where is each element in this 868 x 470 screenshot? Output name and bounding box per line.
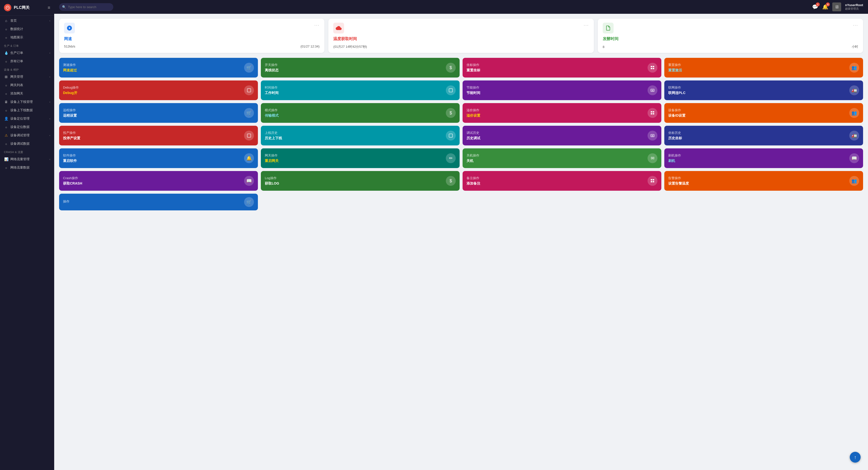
sidebar-item-data-stats[interactable]: 数据统计 xyxy=(0,25,54,33)
op-online-history-label: 上线历史 xyxy=(265,131,446,135)
op-brush-label: 刷机操作 xyxy=(668,153,849,158)
op-card-partial[interactable]: 操作 🛒 xyxy=(59,194,258,210)
op-card-crash[interactable]: Crash操作 获取CRASH 📖 xyxy=(59,171,258,191)
op-coord-history-value: 历史坐标 xyxy=(668,136,849,140)
sidebar-item-add-gateway[interactable]: 添加网关 xyxy=(0,89,54,98)
sidebar-item-device-location-data[interactable]: 设备定位数据 xyxy=(0,123,54,131)
net-speed-timestamp: (01/27 12:34) xyxy=(301,44,319,48)
menu-toggle-button[interactable]: ≡ xyxy=(48,5,50,10)
op-debug-history-icon xyxy=(648,131,657,140)
op-card-remote[interactable]: 远程操作 远程设置 🛒 xyxy=(59,103,258,123)
notification2-button[interactable]: 🔔 8 xyxy=(822,4,828,10)
svg-rect-2 xyxy=(653,66,654,67)
add-gateway-dot xyxy=(4,92,8,96)
op-time-icon xyxy=(446,86,456,95)
gateway-mgmt-arrow: ‹ xyxy=(50,75,50,78)
ferment-time-menu[interactable]: ··· xyxy=(853,23,858,28)
op-debug-history-value: 历史调试 xyxy=(466,136,648,140)
home-icon: ⌂ xyxy=(4,19,8,23)
temp-time-icon xyxy=(333,23,344,33)
device-updown-mgmt-icon: 🖥 xyxy=(4,100,8,104)
op-card-network[interactable]: 联网操作 联网连PLC 🚛 xyxy=(664,80,863,100)
op-invest-value: 投停产设置 xyxy=(63,136,244,140)
map-dot xyxy=(4,35,8,39)
search-wrapper: 🔍 xyxy=(59,3,158,11)
sidebar-item-all-orders[interactable]: 所有订单 xyxy=(0,57,54,65)
op-card-partial-text: 操作 xyxy=(63,199,244,205)
op-brush-icon: 📖 xyxy=(849,153,859,163)
sidebar-item-net-traffic-mgmt[interactable]: 📊 网络流量管理 ‹ xyxy=(0,155,54,163)
sidebar-item-device-updown-mgmt[interactable]: 🖥 设备上下线管理 ‹ xyxy=(0,98,54,106)
sidebar-item-net-traffic-data[interactable]: 网络流量数据 xyxy=(0,163,54,172)
op-coord-history-label: 坐标历史 xyxy=(668,131,849,135)
op-device-label: 设备操作 xyxy=(668,108,849,112)
notification1-button[interactable]: 💬 1 xyxy=(812,4,818,10)
op-speed-test-label: 测速操作 xyxy=(63,63,244,67)
op-card-coord[interactable]: 坐标操作 重置坐标 xyxy=(463,58,661,77)
op-card-gateway-text: 网关操作 重启网关 xyxy=(265,153,446,163)
op-invest-icon xyxy=(244,131,254,140)
op-card-brush[interactable]: 刷机操作 刷机 📖 xyxy=(664,148,863,168)
op-card-reset-text: 重置操作 重置激活 xyxy=(668,63,849,73)
sidebar-item-net-traffic-data-label: 网络流量数据 xyxy=(10,165,30,170)
svg-rect-1 xyxy=(651,66,652,67)
section-production: 生产 & 订单 xyxy=(0,42,54,49)
sidebar-item-device-updown-data[interactable]: 设备上下线数据 xyxy=(0,106,54,114)
op-card-energy[interactable]: 节能操作 节能时间 xyxy=(463,80,661,100)
op-card-software-text: 软件操作 重启软件 xyxy=(63,153,244,163)
op-card-speed-test[interactable]: 测速操作 网速超过 🛒 xyxy=(59,58,258,77)
op-card-debug-history-text: 调试历史 历史调试 xyxy=(466,131,648,140)
op-card-shutdown[interactable]: 关机操作 关机 ✉ xyxy=(463,148,661,168)
sidebar-item-prod-order[interactable]: 💧 生产订单 ‹ xyxy=(0,49,54,57)
net-speed-menu[interactable]: ··· xyxy=(314,23,319,28)
temp-time-title: 温度获取时间 xyxy=(333,36,589,42)
app-logo-icon xyxy=(4,4,11,11)
avatar: 🖥 xyxy=(832,2,841,11)
search-icon: 🔍 xyxy=(62,5,66,9)
op-card-device[interactable]: 设备操作 设备ID设置 👥 xyxy=(664,103,863,123)
sidebar-item-gateway-list[interactable]: 网关列表 xyxy=(0,81,54,89)
sidebar-item-gateway-mgmt-label: 网关管理 xyxy=(10,74,23,79)
op-card-mode[interactable]: 模式操作 传输模式 $ xyxy=(261,103,460,123)
sidebar-item-device-updown-data-label: 设备上下线数据 xyxy=(10,108,33,112)
op-card-debug[interactable]: Debug操作 Debug开 xyxy=(59,80,258,100)
op-card-log-text: Log操作 获取LOG xyxy=(265,176,446,186)
op-card-reset[interactable]: 重置操作 重置激活 👥 xyxy=(664,58,863,77)
op-card-invest-text: 投产操作 投停产设置 xyxy=(63,131,244,140)
sidebar-item-gateway-mgmt[interactable]: ⊞ 网关管理 ‹ xyxy=(0,73,54,81)
op-card-coord-history[interactable]: 坐标历史 历史坐标 🚛 xyxy=(664,126,863,145)
svg-rect-6 xyxy=(449,89,453,92)
op-card-price-text: 溢价操作 溢价设置 xyxy=(466,108,648,118)
svg-rect-16 xyxy=(651,134,654,137)
op-card-price[interactable]: 溢价操作 溢价设置 xyxy=(463,103,661,123)
op-price-icon xyxy=(648,108,657,118)
op-card-online-history[interactable]: 上线历史 历史上下线 xyxy=(261,126,460,145)
svg-rect-11 xyxy=(653,111,654,112)
op-card-note[interactable]: 备注操作 添加备注 xyxy=(463,171,661,191)
scroll-top-button[interactable]: ↑ xyxy=(850,452,861,463)
op-card-debug-history[interactable]: 调试历史 历史调试 xyxy=(463,126,661,145)
op-card-invest[interactable]: 投产操作 投停产设置 xyxy=(59,126,258,145)
op-price-label: 溢价操作 xyxy=(466,108,648,112)
search-input[interactable] xyxy=(59,3,113,11)
temp-time-menu[interactable]: ··· xyxy=(584,23,589,28)
op-card-speed-test-text: 测速操作 网速超过 xyxy=(63,63,244,73)
scroll-top-icon: ↑ xyxy=(854,455,857,460)
sidebar-item-device-debug-mgmt[interactable]: ⚠ 设备调试管理 ‹ xyxy=(0,131,54,139)
op-time-value: 工作时间 xyxy=(265,91,446,95)
op-card-log[interactable]: Log操作 获取LOG $ xyxy=(261,171,460,191)
sidebar-logo: PLC网关 ≡ xyxy=(0,0,54,15)
sidebar-item-device-location-mgmt[interactable]: 👤 设备定位管理 ‹ xyxy=(0,114,54,123)
sidebar-item-home[interactable]: ⌂ 首页 ‹ xyxy=(0,16,54,25)
op-card-alarm[interactable]: 告警操作 设置告警温度 👥 xyxy=(664,171,863,191)
op-card-brush-text: 刷机操作 刷机 xyxy=(668,153,849,163)
sidebar-item-device-debug-data[interactable]: 设备调试数据 xyxy=(0,139,54,148)
op-card-gateway[interactable]: 网关操作 重启网关 ✏ xyxy=(261,148,460,168)
op-card-switch[interactable]: 开关操作 离线状态 $ xyxy=(261,58,460,77)
op-card-time[interactable]: 时间操作 工作时间 xyxy=(261,80,460,100)
op-device-icon: 👥 xyxy=(849,108,859,118)
sidebar-item-map[interactable]: 地图展示 xyxy=(0,33,54,42)
op-card-software[interactable]: 软件操作 重启软件 🔔 xyxy=(59,148,258,168)
main-wrapper: 🔍 💬 1 🔔 8 🖥 nYuserRoot 超级管理员 xyxy=(54,0,868,470)
op-note-icon xyxy=(648,176,657,186)
